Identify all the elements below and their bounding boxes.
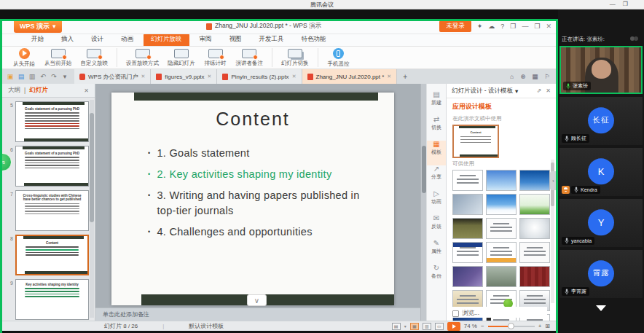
vtool-share[interactable]: ↗分享 [427,165,446,190]
download-icon[interactable]: ⊕ [520,73,525,80]
window-grid-icon[interactable]: ▦ [532,73,538,80]
menu-tab-1[interactable]: 插入 [54,34,81,46]
template-thumb-4[interactable] [452,194,483,215]
menu-tab-3[interactable]: 动画 [114,34,141,46]
vtool-new-doc[interactable]: ▤新建 [427,91,446,116]
ribbon-button-6[interactable]: 演讲者备注 [232,48,268,68]
vtool-feedback[interactable]: ✉反馈 [427,215,446,240]
participant-tile-Kendra[interactable]: KKendra [559,148,643,196]
zoom-out-icon[interactable]: − [481,323,484,329]
zoom-slider[interactable] [488,326,535,327]
doc-tab-3[interactable]: Zhang_JNU Jul.2020.ppt *✕ [302,69,398,84]
template-thumb-2[interactable] [486,170,517,191]
tab-slides[interactable]: 幻灯片 [29,86,48,95]
template-thumb-3[interactable] [519,170,550,191]
vtool-switch[interactable]: ⇄切换 [427,116,446,141]
slide-thumbnail-9[interactable]: Key activities shaping my identity [15,279,89,320]
save-icon[interactable]: ▤ [17,73,25,80]
menu-tab-5[interactable]: 审阅 [192,34,219,46]
template-thumb-10[interactable] [452,242,483,263]
menu-tab-0[interactable]: 开始 [24,34,51,46]
view-caret-icon[interactable]: ▾ [404,324,407,329]
open-file-icon[interactable]: ▣ [7,73,14,80]
more-participants-button[interactable] [596,305,606,311]
vtool-animation[interactable]: ▷动画 [427,190,446,215]
skin-icon[interactable]: ✦ [477,23,483,30]
vtool-properties[interactable]: ✎属性 [427,240,446,265]
notes-bar[interactable]: 单击此处添加备注 [95,307,420,321]
template-thumb-11[interactable] [486,242,517,263]
ribbon-button-3[interactable]: 设置放映方式 [122,48,163,68]
pane-popout-icon[interactable]: ⇗ [537,87,542,94]
wps-app-button[interactable]: WPS 演示 ▾ [14,20,62,33]
menu-tab-2[interactable]: 设计 [84,34,111,46]
ribbon-button-0[interactable]: 从头开始 [8,47,40,68]
slideshow-play-button[interactable] [447,322,460,331]
slide-thumbnail-6[interactable]: Goals statement of a pursuing PhD [15,146,89,187]
fit-screen-icon[interactable]: ⊞ [545,323,550,329]
doc-tab-2[interactable]: Pinyin_results (2).pptx✕ [217,69,302,84]
ribbon-button-5[interactable]: 排练计时 [200,48,232,68]
flag-icon[interactable]: ⚐ [544,73,550,80]
template-thumb-1[interactable] [452,170,483,191]
ribbon-button-7[interactable]: 幻灯片切换 [277,48,313,68]
template-thumb-15[interactable] [519,266,550,287]
template-thumb-14[interactable] [486,266,517,287]
template-thumb-13[interactable] [452,266,483,287]
ribbon-button-4[interactable]: 隐藏幻灯片 [163,48,200,68]
ribbon-button-8[interactable]: 手机遥控 [323,47,355,68]
close-icon[interactable]: ✕ [546,23,551,30]
collapse-notes-button[interactable]: ∨ [247,294,267,306]
participant-tile-李霄露[interactable]: 霄露李霄露 [559,250,643,298]
pane-caret-icon[interactable]: ▾ [515,87,518,95]
ribbon-button-1[interactable]: 从当前开始 [40,48,76,68]
pane-close-icon[interactable]: ✕ [546,87,551,94]
cloud-icon[interactable]: ☁ [488,23,495,30]
login-button[interactable]: 未登录 [439,20,471,32]
template-thumb-6[interactable] [519,194,550,215]
layout-chip-icon[interactable]: ❐ [510,23,516,30]
browse-link[interactable]: 浏览... [452,307,547,318]
doc-tab-1[interactable]: figures_v9.pptx✕ [151,69,217,84]
user-icon[interactable]: ⌂ [510,73,514,80]
vtool-backup[interactable]: ↻备份 [427,265,446,289]
view-sorter-button[interactable]: ▥ [423,323,431,330]
os-maximize-icon[interactable]: ❐ [623,1,628,7]
menu-tab-8[interactable]: 特色功能 [294,34,334,46]
participant-tile-顾长征[interactable]: 长征顾长征 [559,97,643,145]
thumbnail-scrollbar[interactable] [90,100,94,318]
view-reading-button[interactable]: ▭ [435,323,444,330]
doc-tab-0[interactable]: WPS 办公资讯门户✕ [74,69,151,84]
template-thumb-9[interactable] [519,218,550,239]
new-tab-button[interactable]: + [397,69,413,84]
menu-tab-6[interactable]: 视图 [222,34,249,46]
menu-tab-7[interactable]: 开发工具 [252,34,291,46]
slide-thumbnail-7[interactable]: Cross-linguistic studies with Chinese ha… [15,190,89,231]
slide-canvas[interactable]: Content •1. Goals statement•2. Key activ… [95,84,420,307]
current-slide[interactable]: Content •1. Goals statement•2. Key activ… [111,93,394,305]
redo-icon[interactable]: ↷ [50,73,58,80]
maximize-icon[interactable]: ❐ [534,23,540,30]
minimize-icon[interactable]: — [522,23,528,30]
pane-title[interactable]: 幻灯片设计 - 设计模板 [452,87,513,95]
participant-tile-yancabia[interactable]: Yyancabia [559,199,643,247]
pane-collapse-button[interactable]: › [550,171,557,190]
template-thumb-7[interactable] [452,218,483,239]
canvas-scrollbar[interactable] [420,84,426,321]
slide-thumbnail-8[interactable]: Content [15,235,89,275]
template-in-use-thumb[interactable]: Content [452,125,499,158]
zoom-in-icon[interactable]: + [538,323,542,329]
vtool-template[interactable]: ▦模板 [427,141,446,165]
help-icon[interactable]: ? [500,23,504,30]
menu-tab-4[interactable]: 幻灯片放映 [144,34,189,46]
notes-toggle-icon[interactable]: ▤ [392,323,401,330]
ribbon-button-2[interactable]: 自定义放映 [76,48,113,68]
quick-access-caret-icon[interactable]: ▾ [61,73,68,80]
template-thumb-12[interactable] [519,242,550,263]
view-normal-button[interactable]: ▦ [410,323,419,330]
print-icon[interactable]: ▥ [28,73,36,80]
template-thumb-8[interactable] [486,218,517,239]
undo-icon[interactable]: ↶ [39,73,47,80]
panel-close-icon[interactable]: ✕ [84,87,89,94]
template-thumb-5[interactable] [486,194,517,215]
